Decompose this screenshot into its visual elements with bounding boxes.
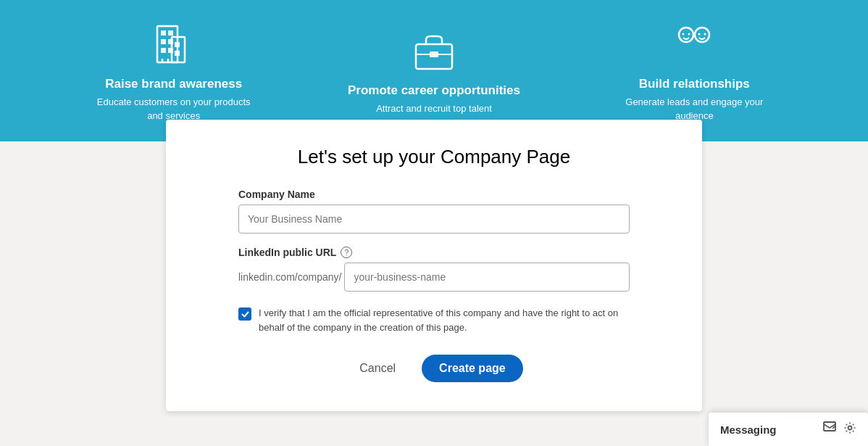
- button-row: Cancel Create page: [238, 355, 630, 382]
- svg-rect-9: [175, 51, 180, 56]
- svg-rect-14: [430, 51, 438, 57]
- create-page-button[interactable]: Create page: [422, 355, 523, 382]
- svg-point-22: [848, 426, 852, 430]
- messaging-icons: [823, 421, 856, 437]
- banner-desc-promote-career: Attract and recruit top talent: [376, 102, 492, 115]
- svg-point-19: [698, 33, 701, 36]
- svg-rect-2: [161, 30, 166, 36]
- url-prefix: linkedin.com/company/: [238, 271, 341, 283]
- svg-point-20: [704, 33, 706, 36]
- company-page-setup-modal: Let's set up your Company Page Company N…: [166, 120, 702, 411]
- help-icon[interactable]: ?: [341, 247, 352, 258]
- svg-rect-0: [157, 26, 178, 62]
- svg-rect-3: [168, 30, 173, 36]
- cancel-button[interactable]: Cancel: [345, 355, 410, 382]
- svg-rect-6: [161, 48, 166, 53]
- verification-checkbox[interactable]: [238, 307, 251, 321]
- banner-desc-build-relationships: Generate leads and engage your audience: [614, 96, 774, 122]
- linkedin-url-label-row: LinkedIn public URL ?: [238, 247, 630, 258]
- company-name-label: Company Name: [238, 189, 630, 200]
- banner-item-raise-brand: Raise brand awareness Educate customers …: [43, 19, 304, 122]
- svg-rect-8: [175, 42, 180, 47]
- svg-point-17: [688, 33, 690, 36]
- verification-checkbox-row: I verify that I am the official represen…: [238, 306, 630, 334]
- linkedin-url-label: LinkedIn public URL: [238, 247, 336, 258]
- compose-message-icon[interactable]: [823, 421, 836, 437]
- url-row: linkedin.com/company/: [238, 263, 630, 292]
- verification-text: I verify that I am the official represen…: [259, 306, 630, 334]
- svg-rect-7: [168, 48, 173, 53]
- svg-rect-21: [824, 422, 835, 431]
- checkmark-icon: [241, 310, 249, 318]
- messaging-label: Messaging: [720, 424, 777, 436]
- svg-rect-5: [168, 39, 173, 44]
- svg-rect-4: [161, 39, 166, 44]
- company-name-input[interactable]: [238, 205, 630, 234]
- svg-point-16: [683, 33, 685, 36]
- linkedin-url-input[interactable]: [344, 263, 630, 292]
- messaging-widget: Messaging: [709, 413, 868, 446]
- banner-desc-raise-brand: Educate customers on your products and s…: [94, 96, 254, 122]
- building-icon: [149, 19, 199, 70]
- banner-title-build-relationships: Build relationships: [639, 77, 750, 91]
- people-icon: [669, 19, 719, 70]
- banner-item-promote-career: Promote career opportunities Attract and…: [304, 25, 564, 115]
- banner-title-raise-brand: Raise brand awareness: [105, 77, 242, 91]
- bottom-background: Let's set up your Company Page Company N…: [0, 141, 868, 446]
- banner-title-promote-career: Promote career opportunities: [348, 83, 520, 98]
- settings-icon[interactable]: [843, 421, 856, 437]
- modal-title: Let's set up your Company Page: [238, 146, 630, 168]
- banner-item-build-relationships: Build relationships Generate leads and e…: [564, 19, 825, 122]
- briefcase-icon: [409, 25, 459, 76]
